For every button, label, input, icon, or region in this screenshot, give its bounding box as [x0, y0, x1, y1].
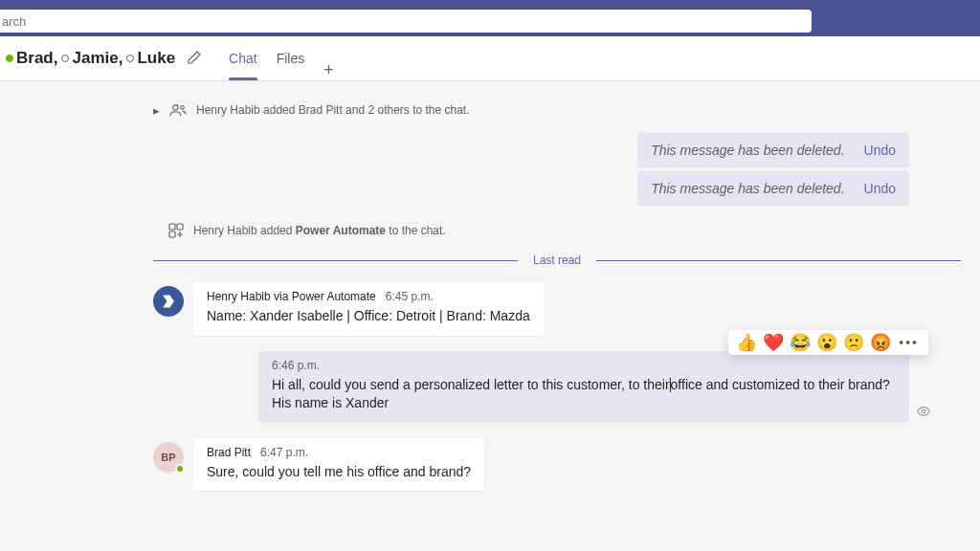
presence-online-icon — [175, 464, 185, 474]
svg-rect-4 — [169, 231, 175, 237]
system-text-prefix: Henry Habib added — [193, 224, 296, 237]
chat-header: Brad, Jamie, Luke Chat Files + — [0, 36, 980, 81]
reaction-like[interactable]: 👍 — [736, 334, 757, 351]
participant-brad: Brad, — [6, 49, 57, 68]
system-text-bold: Power Automate — [296, 224, 386, 237]
system-event-added-bot: Henry Habib added Power Automate to the … — [168, 223, 961, 238]
message-row: Henry Habib via Power Automate 6:45 p.m.… — [153, 282, 961, 336]
svg-point-0 — [173, 105, 178, 110]
app-add-icon — [168, 223, 184, 238]
messages-pane: ▸ Henry Habib added Brad Pitt and 2 othe… — [0, 81, 980, 551]
last-read-label: Last read — [518, 253, 596, 267]
message-bubble[interactable]: Brad Pitt 6:47 p.m. Sure, could you tell… — [193, 438, 484, 492]
power-automate-icon — [160, 293, 177, 310]
svg-point-1 — [181, 106, 185, 110]
sender-name: Henry Habib via Power Automate — [207, 290, 376, 303]
system-event-added-users: ▸ Henry Habib added Brad Pitt and 2 othe… — [153, 102, 961, 118]
eye-icon — [917, 405, 930, 418]
system-text: Henry Habib added Brad Pitt and 2 others… — [196, 103, 470, 117]
message-bubble[interactable]: Henry Habib via Power Automate 6:45 p.m.… — [193, 282, 544, 336]
svg-rect-2 — [169, 224, 175, 230]
edit-title-button[interactable] — [187, 50, 202, 68]
deleted-message: This message has been deleted. Undo — [637, 133, 909, 167]
participant-label: Jamie, — [72, 49, 122, 68]
reaction-sad[interactable]: 🙁 — [843, 334, 864, 351]
presence-online-icon — [6, 55, 13, 62]
people-add-icon — [169, 102, 187, 118]
deleted-messages-group: This message has been deleted. Undo This… — [153, 133, 909, 206]
pencil-icon — [187, 50, 202, 65]
avatar-brad-pitt: BP — [153, 442, 184, 473]
self-message-bubble[interactable]: 👍 ❤️ 😂 😮 🙁 😡 ••• 6:46 p.m. Hi all, could… — [258, 351, 909, 423]
participant-jamie: Jamie, — [61, 49, 122, 68]
message-time: 6:47 p.m. — [260, 446, 308, 459]
deleted-text: This message has been deleted. — [651, 181, 844, 196]
participant-label: Luke — [137, 49, 175, 68]
message-content: Name: Xander Isabelle | Office: Detroit … — [207, 307, 530, 326]
search-input[interactable] — [0, 10, 812, 33]
presence-offline-icon — [61, 55, 69, 62]
message-time: 6:46 p.m. — [272, 359, 896, 372]
deleted-text: This message has been deleted. — [651, 143, 844, 158]
svg-point-5 — [922, 409, 925, 413]
undo-button[interactable]: Undo — [864, 143, 896, 158]
message-row: BP Brad Pitt 6:47 p.m. Sure, could you t… — [153, 438, 961, 492]
avatar-power-automate — [153, 286, 184, 317]
participants-list: Brad, Jamie, Luke — [6, 49, 202, 68]
avatar-initials: BP — [161, 452, 175, 463]
tabs: Chat Files + — [219, 36, 344, 80]
more-options-button[interactable]: ••• — [897, 335, 921, 350]
sender-name: Brad Pitt — [207, 446, 251, 459]
add-tab-button[interactable]: + — [314, 60, 344, 80]
expand-caret-icon[interactable]: ▸ — [153, 103, 160, 118]
message-content: Sure, could you tell me his office and b… — [207, 463, 471, 482]
reaction-toolbar: 👍 ❤️ 😂 😮 🙁 😡 ••• — [728, 330, 928, 355]
app-topbar — [0, 0, 980, 36]
tab-chat[interactable]: Chat — [219, 36, 267, 80]
reaction-angry[interactable]: 😡 — [870, 334, 891, 351]
deleted-message: This message has been deleted. Undo — [637, 171, 909, 206]
undo-button[interactable]: Undo — [864, 181, 896, 196]
self-message-row: 👍 ❤️ 😂 😮 🙁 😡 ••• 6:46 p.m. Hi all, could… — [153, 351, 909, 423]
content-a: Hi all, could you send a personalized le… — [272, 377, 670, 392]
participant-label: Brad, — [16, 49, 57, 68]
system-text-suffix: to the chat. — [386, 224, 446, 237]
message-content: Hi all, could you send a personalized le… — [272, 376, 896, 413]
reaction-surprised[interactable]: 😮 — [816, 334, 837, 351]
last-read-divider: Last read — [153, 253, 961, 267]
reaction-laugh[interactable]: 😂 — [790, 334, 811, 351]
system-text: Henry Habib added Power Automate to the … — [193, 224, 446, 237]
presence-offline-icon — [126, 55, 134, 62]
participant-luke: Luke — [126, 49, 175, 68]
reaction-heart[interactable]: ❤️ — [763, 334, 784, 351]
message-time: 6:45 p.m. — [386, 290, 434, 303]
svg-rect-3 — [177, 224, 183, 230]
seen-indicator — [917, 405, 930, 421]
tab-files[interactable]: Files — [267, 36, 315, 80]
